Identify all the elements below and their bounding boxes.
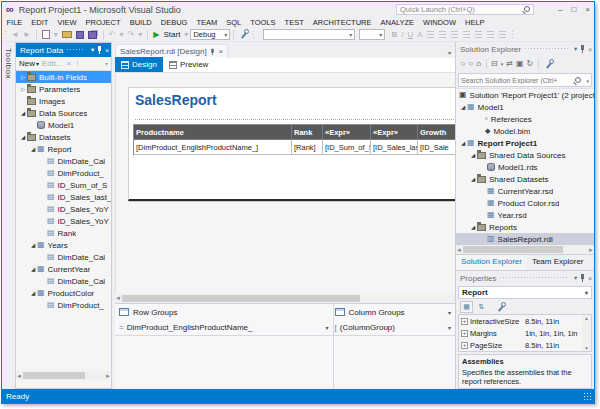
solution-search-input[interactable] — [459, 77, 559, 84]
decrease-indent-icon[interactable] — [487, 31, 494, 38]
chevron-expanded-icon[interactable]: ◢ — [19, 110, 27, 116]
tree-item-currentyear-dataset[interactable]: ◢ ▦ CurrentYear — [16, 263, 111, 275]
tablix-header-cell[interactable]: Growth — [418, 125, 455, 140]
italic-icon[interactable]: I — [401, 30, 403, 40]
chevron-down-icon[interactable]: ▾ — [586, 78, 589, 84]
property-row-pagesize[interactable]: + PageSize 8.5in, 11in — [459, 339, 591, 351]
back-icon[interactable]: ○ — [461, 59, 466, 69]
refresh-icon[interactable]: ↻ — [527, 59, 534, 69]
tablix-data-cell[interactable]: [Rank] — [292, 140, 323, 155]
tab-list-dropdown-icon[interactable]: ▾ — [448, 49, 455, 58]
properties-wrench-icon[interactable] — [544, 60, 553, 69]
overflow-icon[interactable]: ▾ — [105, 60, 108, 67]
scroll-right-icon[interactable]: ► — [588, 247, 594, 253]
close-icon[interactable]: × — [219, 48, 223, 55]
tab-solution-explorer[interactable]: Solution Explorer — [456, 255, 527, 270]
property-row-interactivesize[interactable]: + InteractiveSize 8.5in, 11in — [459, 315, 591, 327]
start-dropdown-icon[interactable]: ▾ — [184, 30, 188, 40]
design-canvas[interactable]: SalesReport Productname Rank «Expr» «Exp… — [115, 73, 455, 293]
font-color-icon[interactable]: A — [417, 30, 422, 40]
navigate-back-icon[interactable]: ◄ — [11, 30, 19, 40]
close-icon[interactable]: × — [105, 47, 109, 54]
quick-launch-input[interactable] — [396, 4, 534, 15]
tree-item-field[interactable]: ▤ ID_Sales_YoY — [16, 215, 111, 227]
tree-item-model1-project[interactable]: ◢ ▦ Model1 — [456, 101, 594, 113]
tree-item-shared-datasets[interactable]: ◢ Shared Datasets — [456, 173, 594, 185]
chevron-expanded-icon[interactable]: ◢ — [29, 290, 37, 296]
maximize-button[interactable]: □ — [571, 5, 576, 14]
report-page[interactable]: SalesReport Productname Rank «Expr» «Exp… — [128, 87, 455, 201]
start-debug-icon[interactable]: ▶ — [153, 30, 159, 40]
tree-item-shared-data-sources[interactable]: ◢ Shared Data Sources — [456, 149, 594, 161]
open-file-icon[interactable] — [62, 31, 72, 38]
menu-team[interactable]: TEAM — [192, 18, 222, 27]
tree-item-field[interactable]: ▤ DimDate_Cal — [16, 275, 111, 287]
solution-explorer-header[interactable]: Solution Explorer ▾ × — [456, 42, 594, 56]
window-position-icon[interactable]: ▾ — [574, 274, 577, 282]
menu-sql[interactable]: SQL — [222, 18, 246, 27]
font-name-combo[interactable]: ▾ — [263, 29, 355, 40]
bullet-list-icon[interactable] — [475, 31, 482, 38]
tree-item-field[interactable]: ▤ ID_Sales_YoY — [16, 203, 111, 215]
delete-icon[interactable]: × — [66, 59, 71, 68]
properties-header[interactable]: Properties ▾ × — [456, 271, 594, 285]
property-pages-icon[interactable] — [496, 303, 505, 312]
chevron-expanded-icon[interactable]: ◢ — [19, 134, 27, 140]
tree-item-parameters[interactable]: ▷ Parameters — [16, 83, 111, 95]
tablix-header-cell[interactable]: Productname — [134, 125, 292, 140]
tree-item-field[interactable]: ▤ Rank — [16, 227, 111, 239]
chevron-expanded-icon[interactable]: ◢ — [469, 176, 477, 182]
minimize-button[interactable]: – — [558, 5, 562, 14]
report-data-header[interactable]: Report Data ▾ × — [16, 43, 111, 57]
new-button[interactable]: New — [19, 59, 35, 68]
horizontal-scrollbar[interactable]: ◄ ► — [16, 371, 111, 380]
font-size-combo[interactable]: ▾ — [359, 29, 385, 40]
redo-dropdown-icon[interactable]: ▾ — [138, 30, 142, 40]
chevron-expanded-icon[interactable]: ◢ — [29, 242, 37, 248]
tab-team-explorer[interactable]: Team Explorer — [527, 255, 589, 270]
tree-item-field[interactable]: ▤ DimDate_Cal — [16, 155, 111, 167]
pin-icon[interactable] — [580, 45, 585, 53]
chevron-expanded-icon[interactable]: ◢ — [29, 146, 37, 152]
pin-icon[interactable] — [580, 274, 585, 282]
tree-item-field[interactable]: ▤ ID_Sum_of_S — [16, 179, 111, 191]
navigate-forward-icon[interactable]: ► — [23, 30, 31, 40]
underline-icon[interactable]: U — [407, 30, 413, 40]
tree-item-model-bim[interactable]: ◆ Model.bim — [456, 125, 594, 137]
document-tab-salesreport[interactable]: SalesReport.rdl [Design] × — [115, 44, 228, 58]
start-button[interactable]: Start — [163, 30, 180, 40]
save-icon[interactable] — [76, 31, 84, 39]
tablix-header-cell[interactable]: Rank — [292, 125, 323, 140]
tablix-data-cell[interactable]: [ID_Sale — [418, 140, 455, 155]
tree-item-data-sources[interactable]: ◢ Data Sources — [16, 107, 111, 119]
tree-item-productcolor-rsd[interactable]: ▦ Product Color.rsd — [456, 197, 594, 209]
menu-tools[interactable]: TOOLS — [246, 18, 280, 27]
tree-item-built-in-fields[interactable]: ▷ Built-in Fields — [16, 71, 111, 83]
scroll-down-icon[interactable]: ▼ — [584, 345, 589, 351]
grouping-pane-dropdown-icon[interactable]: ▾ — [448, 309, 455, 316]
tree-item-reports-folder[interactable]: ◢ Reports — [456, 221, 594, 233]
new-file-icon[interactable] — [42, 30, 50, 39]
tree-item-currentyear-rsd[interactable]: ▦ CurrentYear.rsd — [456, 185, 594, 197]
tree-item-solution[interactable]: ▣ Solution 'Report Project1' (2 projects — [456, 89, 594, 101]
menu-file[interactable]: FILE — [2, 18, 27, 27]
show-all-files-icon[interactable]: ▣ — [516, 59, 524, 69]
menu-window[interactable]: WINDOW — [419, 18, 461, 27]
tree-item-field[interactable]: ▤ DimDate_Cal — [16, 251, 111, 263]
report-tablix[interactable]: Productname Rank «Expr» «Expr» Growth [D… — [133, 124, 455, 155]
tab-design[interactable]: Design — [115, 57, 163, 72]
tablix-header-cell[interactable]: «Expr» — [323, 125, 371, 140]
scrollbar-thumb[interactable] — [463, 246, 563, 253]
tree-item-field[interactable]: ▤ DimProduct_ — [16, 167, 111, 179]
tablix-header-cell[interactable]: «Expr» — [371, 125, 418, 140]
close-icon[interactable]: × — [588, 275, 592, 282]
align-right-icon[interactable] — [451, 31, 458, 38]
save-all-icon[interactable] — [88, 31, 97, 39]
scroll-up-icon[interactable]: ▲ — [584, 315, 589, 321]
tree-item-model1[interactable]: Model1 — [16, 119, 111, 131]
align-left-icon[interactable] — [427, 31, 434, 38]
tree-item-model1-rds[interactable]: Model1.rds — [456, 161, 594, 173]
column-group-item[interactable]: [ (ColumnGroup) ▾ — [333, 323, 455, 332]
menu-debug[interactable]: DEBUG — [156, 18, 192, 27]
tree-item-images[interactable]: Images — [16, 95, 111, 107]
